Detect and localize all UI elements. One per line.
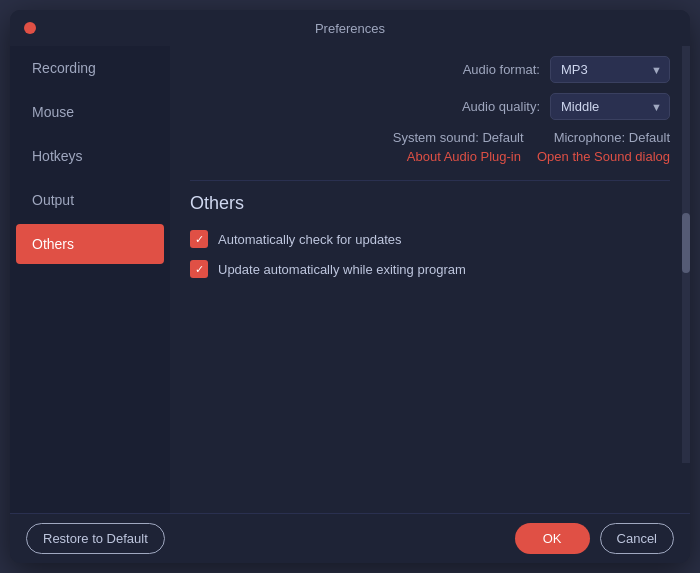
audio-quality-select-wrapper: Low Middle High ▼ [550, 93, 670, 120]
checkmark-icon: ✓ [195, 234, 204, 245]
system-sound-value: Default [482, 130, 523, 145]
microphone-info: Microphone: Default [554, 130, 670, 145]
title-bar: Preferences [10, 10, 690, 46]
content-area: Audio format: MP3 WAV AAC FLAC ▼ Audio q… [170, 46, 690, 513]
scrollbar-track[interactable] [682, 46, 690, 463]
checkbox-auto-update-label: Automatically check for updates [218, 232, 402, 247]
preferences-window: Preferences Recording Mouse Hotkeys Outp… [10, 10, 690, 563]
open-sound-dialog-link[interactable]: Open the Sound dialog [537, 149, 670, 164]
sidebar-item-output[interactable]: Output [16, 180, 164, 220]
audio-format-label: Audio format: [463, 62, 540, 77]
audio-format-row: Audio format: MP3 WAV AAC FLAC ▼ [190, 56, 670, 83]
about-audio-plugin-link[interactable]: About Audio Plug-in [407, 149, 521, 164]
checkbox-row-1: ✓ Automatically check for updates [190, 230, 670, 248]
microphone-label: Microphone: [554, 130, 626, 145]
microphone-value: Default [629, 130, 670, 145]
scrollbar-thumb[interactable] [682, 213, 690, 273]
checkbox-auto-exit-update[interactable]: ✓ [190, 260, 208, 278]
links-row: About Audio Plug-in Open the Sound dialo… [190, 149, 670, 164]
window-title: Preferences [315, 21, 385, 36]
sidebar-item-hotkeys[interactable]: Hotkeys [16, 136, 164, 176]
audio-quality-label: Audio quality: [462, 99, 540, 114]
audio-format-select[interactable]: MP3 WAV AAC FLAC [550, 56, 670, 83]
audio-format-select-wrapper: MP3 WAV AAC FLAC ▼ [550, 56, 670, 83]
bottom-bar: Restore to Default OK Cancel [10, 513, 690, 563]
section-title: Others [190, 193, 670, 214]
sidebar: Recording Mouse Hotkeys Output Others [10, 46, 170, 513]
audio-quality-select[interactable]: Low Middle High [550, 93, 670, 120]
sidebar-item-others[interactable]: Others [16, 224, 164, 264]
content-inner: Audio format: MP3 WAV AAC FLAC ▼ Audio q… [170, 46, 690, 513]
audio-quality-row: Audio quality: Low Middle High ▼ [190, 93, 670, 120]
system-info-row: System sound: Default Microphone: Defaul… [190, 130, 670, 145]
section-divider [190, 180, 670, 181]
right-buttons: OK Cancel [515, 523, 674, 554]
main-content: Recording Mouse Hotkeys Output Others Au… [10, 46, 690, 513]
checkbox-auto-update[interactable]: ✓ [190, 230, 208, 248]
sidebar-item-recording[interactable]: Recording [16, 48, 164, 88]
close-button[interactable] [24, 22, 36, 34]
checkbox-auto-exit-update-label: Update automatically while exiting progr… [218, 262, 466, 277]
sidebar-item-mouse[interactable]: Mouse [16, 92, 164, 132]
cancel-button[interactable]: Cancel [600, 523, 674, 554]
checkmark-icon-2: ✓ [195, 264, 204, 275]
system-sound-info: System sound: Default [393, 130, 524, 145]
system-sound-label: System sound: [393, 130, 479, 145]
ok-button[interactable]: OK [515, 523, 590, 554]
checkbox-row-2: ✓ Update automatically while exiting pro… [190, 260, 670, 278]
restore-default-button[interactable]: Restore to Default [26, 523, 165, 554]
